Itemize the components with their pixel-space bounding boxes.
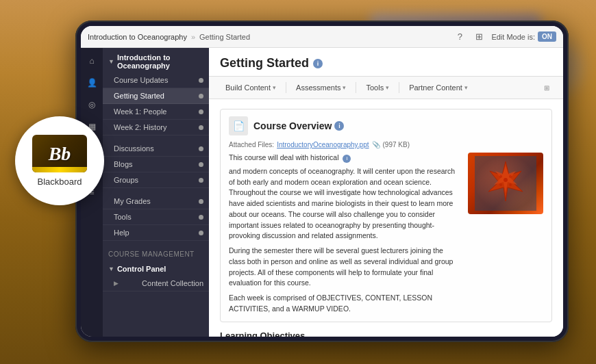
sidebar-item-label: My Grades [114,197,151,205]
sidebar-item-blogs[interactable]: Blogs [103,157,209,172]
page-title-text: Getting Started [220,56,309,70]
toolbar-sep-3 [399,82,399,93]
user-icon[interactable]: 👤 [84,75,99,90]
sidebar-item-week1[interactable]: Week 1: People [103,104,209,120]
bb-logo-inner: Bb [32,135,87,172]
partner-content-label: Partner Content [409,83,462,92]
page-info-icon[interactable]: i [313,59,323,68]
sidebar-item-label: Course Updates [114,76,169,84]
dot-indicator [199,78,203,83]
sidebar-item-getting-started[interactable]: Getting Started [103,88,209,104]
build-content-label: Build Content [225,83,271,92]
sidebar: ▼ Introduction to Oceanography Course Up… [103,48,209,337]
dot-indicator [199,109,203,114]
block-icon: 📄 [229,116,248,135]
dot-indicator [199,125,203,130]
dot-indicator [199,231,203,235]
dot-indicator [199,199,203,204]
starfish-image [468,153,543,214]
attached-files: Attached Files: IntroductoryOceanography… [229,141,543,148]
dot-indicator [199,215,203,220]
sidebar-management-label: Course Management [103,246,209,259]
sidebar-item-label: Groups [114,176,138,184]
sidebar-control-panel[interactable]: ▼ Control Panel [103,259,209,276]
sidebar-item-label: Week 1: People [114,107,166,116]
sidebar-item-label: Content Collection [142,279,203,287]
block-info-icon[interactable]: i [334,121,344,131]
sidebar-item-label: Getting Started [114,92,164,100]
home-icon[interactable]: ⌂ [84,53,99,68]
toolbar-sep-2 [356,82,356,93]
learning-objectives-section: Learning Objectives After successfully c… [220,330,552,337]
starfish-container [468,153,543,214]
sidebar-item-course-updates[interactable]: Course Updates [103,73,209,88]
page-title: Getting Started i [220,56,552,70]
content-text-area: This course will deal with historical i … [229,153,543,315]
tablet-frame: Introduction to Oceanography » Getting S… [75,21,569,342]
dot-indicator [199,94,203,99]
file-link[interactable]: IntroductoryOceanography.ppt [277,141,369,148]
learning-objectives-title: Learning Objectives [220,330,552,337]
top-bar: Introduction to Oceanography » Getting S… [81,26,563,48]
share-icon[interactable]: ⊞ [472,30,486,44]
file-icon: 📎 [372,141,380,148]
content-paragraph-4: Each week is comprised of OBJECTIVES, CO… [229,293,461,315]
attached-label: Attached Files: [229,141,274,148]
bb-logo-text: Bb [49,143,71,165]
bb-gold-bar [32,167,87,172]
sidebar-course-header[interactable]: ▼ Introduction to Oceanography [103,48,209,73]
assessments-label: Assessments [296,83,340,92]
build-content-button[interactable]: Build Content ▾ [220,81,282,94]
sidebar-course-title: Introduction to Oceanography [117,53,203,70]
svg-point-6 [499,183,502,186]
block-title: Course Overview i [253,120,344,131]
dot-indicator [199,162,203,167]
main-layout: ⌂ 👤 ◎ ▦ ✉ ⚙ ≡ ▼ Introduction to Oceanogr… [81,48,563,337]
svg-point-7 [509,183,512,186]
sidebar-item-week2[interactable]: Week 2: History [103,120,209,135]
sidebar-item-grades[interactable]: My Grades [103,194,209,209]
top-bar-actions: ? ⊞ Edit Mode is: ON [453,30,556,44]
page-action-button[interactable]: ⊞ [541,83,552,93]
help-icon[interactable]: ? [453,30,467,44]
file-size: (997 KB) [383,141,410,148]
content-text: This course will deal with historical i … [229,153,461,315]
block-title-text: Course Overview [253,120,332,131]
breadcrumb-course-title: Introduction to Oceanography [88,33,187,41]
toolbar: Build Content ▾ Assessments ▾ Tools ▾ [209,77,563,99]
edit-mode-value[interactable]: ON [538,31,556,42]
tablet-screen: Introduction to Oceanography » Getting S… [81,26,563,337]
inline-info-icon[interactable]: i [343,155,351,163]
dot-indicator [199,178,203,183]
tools-label: Tools [366,83,384,92]
sidebar-item-help[interactable]: Help [103,225,209,241]
tools-chevron: ▾ [386,84,389,91]
sidebar-item-label: Discussions [114,144,154,153]
content-paragraph-1: This course will deal with historical i [229,153,461,164]
sidebar-item-groups[interactable]: Groups [103,172,209,188]
content-area: Getting Started i Build Content ▾ Assess… [209,48,563,337]
bb-label: Blackboard [37,177,82,187]
starfish-svg [475,156,536,211]
sidebar-item-label: Tools [114,213,132,221]
dot-indicator [199,146,203,151]
sidebar-item-content-collection[interactable]: ▶ Content Collection [103,276,209,291]
partner-content-button[interactable]: Partner Content ▾ [403,81,473,94]
svg-point-3 [504,178,508,182]
assessments-button[interactable]: Assessments ▾ [290,81,351,94]
assessments-chevron: ▾ [343,84,346,91]
page-header: Getting Started i [209,48,563,77]
sidebar-item-tools[interactable]: Tools [103,209,209,225]
sidebar-item-label: Blogs [114,160,133,168]
partner-content-chevron: ▾ [464,84,468,91]
sidebar-divider-3 [103,241,209,246]
sidebar-item-discussions[interactable]: Discussions [103,141,209,157]
toolbar-sep-1 [286,82,286,93]
edit-mode-label: Edit Mode is: [491,33,535,41]
sidebar-divider-2 [103,188,209,194]
globe-icon[interactable]: ◎ [84,97,99,112]
tools-button[interactable]: Tools ▾ [360,81,395,94]
collapse-arrow: ▼ [108,265,114,272]
content-paragraph-2: and modern concepts of oceanography. It … [229,166,461,242]
blackboard-logo: Bb Blackboard [15,116,104,205]
